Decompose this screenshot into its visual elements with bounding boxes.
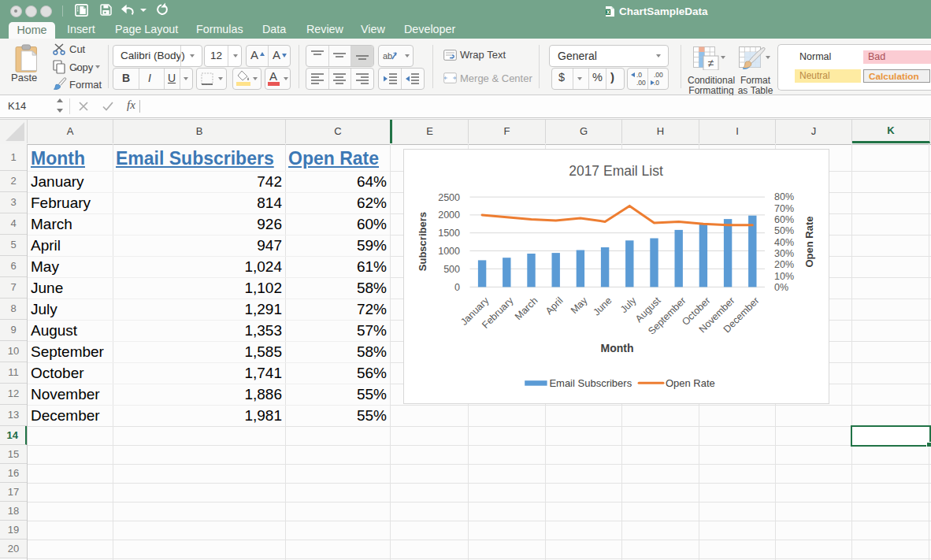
svg-text:0%: 0%	[774, 282, 788, 293]
svg-text:≠: ≠	[708, 57, 714, 69]
svg-text:Email Subscribers: Email Subscribers	[549, 377, 632, 389]
svg-text:60%: 60%	[774, 214, 794, 225]
svg-text:Open Rate: Open Rate	[803, 216, 815, 267]
svg-text:Open Rate: Open Rate	[666, 377, 715, 389]
svg-text:500: 500	[443, 264, 460, 275]
svg-text:80%: 80%	[774, 191, 794, 202]
svg-text:20%: 20%	[774, 259, 794, 270]
svg-text:40%: 40%	[774, 237, 794, 248]
svg-text:Subscribers: Subscribers	[417, 212, 428, 271]
svg-text:1000: 1000	[438, 246, 460, 257]
svg-text:50%: 50%	[774, 225, 794, 236]
svg-text:1500: 1500	[438, 228, 460, 239]
svg-text:10%: 10%	[774, 271, 794, 282]
svg-text:Month: Month	[601, 342, 634, 354]
svg-text:ab: ab	[383, 51, 392, 61]
svg-text:30%: 30%	[774, 248, 794, 259]
svg-text:2017 Email List: 2017 Email List	[569, 163, 663, 179]
svg-text:X: X	[606, 9, 610, 15]
svg-text:70%: 70%	[774, 203, 794, 214]
svg-text:2000: 2000	[438, 210, 460, 221]
svg-text:2500: 2500	[438, 192, 460, 203]
svg-text:0: 0	[454, 282, 460, 293]
